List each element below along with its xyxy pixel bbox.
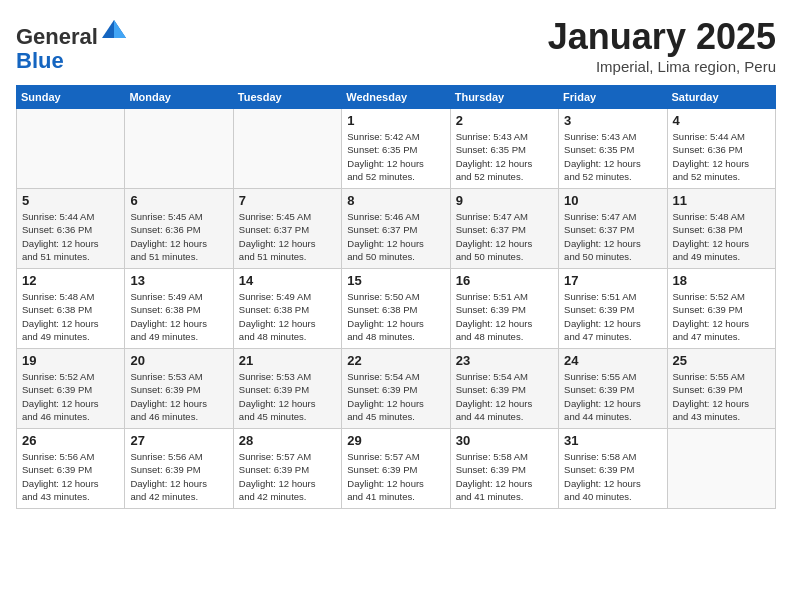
calendar-cell: 16Sunrise: 5:51 AMSunset: 6:39 PMDayligh…	[450, 269, 558, 349]
day-number: 30	[456, 433, 553, 448]
calendar-cell: 13Sunrise: 5:49 AMSunset: 6:38 PMDayligh…	[125, 269, 233, 349]
calendar-cell	[125, 109, 233, 189]
calendar-cell: 4Sunrise: 5:44 AMSunset: 6:36 PMDaylight…	[667, 109, 775, 189]
calendar-cell: 5Sunrise: 5:44 AMSunset: 6:36 PMDaylight…	[17, 189, 125, 269]
day-info: Sunrise: 5:43 AMSunset: 6:35 PMDaylight:…	[456, 130, 553, 183]
day-info: Sunrise: 5:49 AMSunset: 6:38 PMDaylight:…	[239, 290, 336, 343]
day-number: 14	[239, 273, 336, 288]
calendar-cell: 29Sunrise: 5:57 AMSunset: 6:39 PMDayligh…	[342, 429, 450, 509]
day-info: Sunrise: 5:48 AMSunset: 6:38 PMDaylight:…	[673, 210, 770, 263]
day-info: Sunrise: 5:58 AMSunset: 6:39 PMDaylight:…	[456, 450, 553, 503]
day-number: 31	[564, 433, 661, 448]
day-number: 16	[456, 273, 553, 288]
calendar-cell: 26Sunrise: 5:56 AMSunset: 6:39 PMDayligh…	[17, 429, 125, 509]
day-header-friday: Friday	[559, 86, 667, 109]
day-info: Sunrise: 5:51 AMSunset: 6:39 PMDaylight:…	[456, 290, 553, 343]
day-number: 29	[347, 433, 444, 448]
days-header-row: SundayMondayTuesdayWednesdayThursdayFrid…	[17, 86, 776, 109]
calendar-cell: 8Sunrise: 5:46 AMSunset: 6:37 PMDaylight…	[342, 189, 450, 269]
calendar-cell	[667, 429, 775, 509]
week-row-5: 26Sunrise: 5:56 AMSunset: 6:39 PMDayligh…	[17, 429, 776, 509]
day-header-monday: Monday	[125, 86, 233, 109]
day-info: Sunrise: 5:57 AMSunset: 6:39 PMDaylight:…	[347, 450, 444, 503]
day-info: Sunrise: 5:44 AMSunset: 6:36 PMDaylight:…	[673, 130, 770, 183]
day-number: 27	[130, 433, 227, 448]
day-number: 19	[22, 353, 119, 368]
day-info: Sunrise: 5:44 AMSunset: 6:36 PMDaylight:…	[22, 210, 119, 263]
day-info: Sunrise: 5:45 AMSunset: 6:37 PMDaylight:…	[239, 210, 336, 263]
day-number: 18	[673, 273, 770, 288]
day-number: 20	[130, 353, 227, 368]
day-info: Sunrise: 5:45 AMSunset: 6:36 PMDaylight:…	[130, 210, 227, 263]
day-number: 2	[456, 113, 553, 128]
day-number: 11	[673, 193, 770, 208]
day-number: 9	[456, 193, 553, 208]
logo-general-text: General	[16, 24, 98, 49]
day-number: 22	[347, 353, 444, 368]
calendar-cell: 10Sunrise: 5:47 AMSunset: 6:37 PMDayligh…	[559, 189, 667, 269]
day-info: Sunrise: 5:47 AMSunset: 6:37 PMDaylight:…	[456, 210, 553, 263]
day-header-tuesday: Tuesday	[233, 86, 341, 109]
logo: General Blue	[16, 16, 128, 73]
week-row-4: 19Sunrise: 5:52 AMSunset: 6:39 PMDayligh…	[17, 349, 776, 429]
logo-blue-text: Blue	[16, 48, 64, 73]
day-number: 5	[22, 193, 119, 208]
header: General Blue January 2025 Imperial, Lima…	[16, 16, 776, 75]
day-info: Sunrise: 5:56 AMSunset: 6:39 PMDaylight:…	[130, 450, 227, 503]
day-info: Sunrise: 5:52 AMSunset: 6:39 PMDaylight:…	[22, 370, 119, 423]
day-header-wednesday: Wednesday	[342, 86, 450, 109]
day-number: 28	[239, 433, 336, 448]
calendar-body: 1Sunrise: 5:42 AMSunset: 6:35 PMDaylight…	[17, 109, 776, 509]
day-number: 21	[239, 353, 336, 368]
day-number: 6	[130, 193, 227, 208]
day-number: 17	[564, 273, 661, 288]
calendar-table: SundayMondayTuesdayWednesdayThursdayFrid…	[16, 85, 776, 509]
day-number: 23	[456, 353, 553, 368]
calendar-cell: 11Sunrise: 5:48 AMSunset: 6:38 PMDayligh…	[667, 189, 775, 269]
day-info: Sunrise: 5:52 AMSunset: 6:39 PMDaylight:…	[673, 290, 770, 343]
calendar-cell: 19Sunrise: 5:52 AMSunset: 6:39 PMDayligh…	[17, 349, 125, 429]
calendar-cell: 14Sunrise: 5:49 AMSunset: 6:38 PMDayligh…	[233, 269, 341, 349]
week-row-2: 5Sunrise: 5:44 AMSunset: 6:36 PMDaylight…	[17, 189, 776, 269]
calendar-cell	[17, 109, 125, 189]
day-info: Sunrise: 5:58 AMSunset: 6:39 PMDaylight:…	[564, 450, 661, 503]
calendar-cell: 3Sunrise: 5:43 AMSunset: 6:35 PMDaylight…	[559, 109, 667, 189]
calendar-cell	[233, 109, 341, 189]
calendar-cell: 23Sunrise: 5:54 AMSunset: 6:39 PMDayligh…	[450, 349, 558, 429]
day-number: 4	[673, 113, 770, 128]
day-number: 24	[564, 353, 661, 368]
day-number: 15	[347, 273, 444, 288]
day-info: Sunrise: 5:56 AMSunset: 6:39 PMDaylight:…	[22, 450, 119, 503]
calendar-cell: 6Sunrise: 5:45 AMSunset: 6:36 PMDaylight…	[125, 189, 233, 269]
day-info: Sunrise: 5:55 AMSunset: 6:39 PMDaylight:…	[673, 370, 770, 423]
week-row-1: 1Sunrise: 5:42 AMSunset: 6:35 PMDaylight…	[17, 109, 776, 189]
day-info: Sunrise: 5:55 AMSunset: 6:39 PMDaylight:…	[564, 370, 661, 423]
day-info: Sunrise: 5:51 AMSunset: 6:39 PMDaylight:…	[564, 290, 661, 343]
day-info: Sunrise: 5:50 AMSunset: 6:38 PMDaylight:…	[347, 290, 444, 343]
day-info: Sunrise: 5:42 AMSunset: 6:35 PMDaylight:…	[347, 130, 444, 183]
calendar-cell: 22Sunrise: 5:54 AMSunset: 6:39 PMDayligh…	[342, 349, 450, 429]
day-number: 10	[564, 193, 661, 208]
day-number: 8	[347, 193, 444, 208]
day-number: 7	[239, 193, 336, 208]
calendar-cell: 7Sunrise: 5:45 AMSunset: 6:37 PMDaylight…	[233, 189, 341, 269]
calendar-cell: 21Sunrise: 5:53 AMSunset: 6:39 PMDayligh…	[233, 349, 341, 429]
calendar-cell: 28Sunrise: 5:57 AMSunset: 6:39 PMDayligh…	[233, 429, 341, 509]
calendar-cell: 17Sunrise: 5:51 AMSunset: 6:39 PMDayligh…	[559, 269, 667, 349]
svg-marker-1	[114, 20, 126, 38]
calendar-subtitle: Imperial, Lima region, Peru	[548, 58, 776, 75]
day-number: 1	[347, 113, 444, 128]
day-info: Sunrise: 5:48 AMSunset: 6:38 PMDaylight:…	[22, 290, 119, 343]
calendar-cell: 20Sunrise: 5:53 AMSunset: 6:39 PMDayligh…	[125, 349, 233, 429]
calendar-cell: 25Sunrise: 5:55 AMSunset: 6:39 PMDayligh…	[667, 349, 775, 429]
day-header-saturday: Saturday	[667, 86, 775, 109]
day-number: 3	[564, 113, 661, 128]
calendar-cell: 18Sunrise: 5:52 AMSunset: 6:39 PMDayligh…	[667, 269, 775, 349]
title-block: January 2025 Imperial, Lima region, Peru	[548, 16, 776, 75]
calendar-cell: 24Sunrise: 5:55 AMSunset: 6:39 PMDayligh…	[559, 349, 667, 429]
day-info: Sunrise: 5:46 AMSunset: 6:37 PMDaylight:…	[347, 210, 444, 263]
calendar-cell: 27Sunrise: 5:56 AMSunset: 6:39 PMDayligh…	[125, 429, 233, 509]
calendar-cell: 31Sunrise: 5:58 AMSunset: 6:39 PMDayligh…	[559, 429, 667, 509]
calendar-cell: 12Sunrise: 5:48 AMSunset: 6:38 PMDayligh…	[17, 269, 125, 349]
day-info: Sunrise: 5:47 AMSunset: 6:37 PMDaylight:…	[564, 210, 661, 263]
